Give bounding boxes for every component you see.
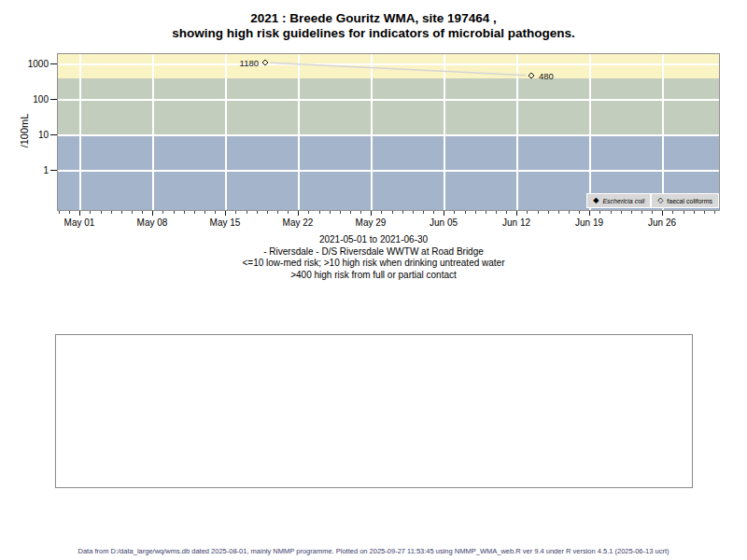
point-value-label: 480 bbox=[539, 71, 595, 81]
y-tick-label: 1 bbox=[22, 165, 49, 175]
x-tick-label: Jun 05 bbox=[411, 217, 476, 228]
x-tick-label: May 01 bbox=[47, 217, 112, 228]
y-tick-label: 1000 bbox=[22, 59, 49, 69]
chart-title-line2: showing high risk guidelines for indicat… bbox=[0, 26, 747, 41]
footer-provenance-text: Data from D:/data_large/wq/wms.db dated … bbox=[0, 547, 747, 555]
x-tick-major bbox=[589, 211, 590, 216]
legend-entry-ecoli: ◆ Eschericia coli bbox=[586, 193, 651, 208]
legend-label: Eschericia coli bbox=[602, 198, 644, 204]
point-value-label: 1180 bbox=[203, 58, 259, 68]
open-diamond-point-1 bbox=[262, 60, 268, 65]
x-tick-major bbox=[152, 211, 153, 216]
x-tick-major bbox=[516, 211, 517, 216]
y-tick-10 bbox=[50, 134, 57, 135]
x-tick-label: Jun 26 bbox=[629, 217, 695, 228]
series-connector-line bbox=[270, 63, 526, 76]
x-tick-major bbox=[225, 211, 226, 216]
filled-diamond-icon: ◆ bbox=[593, 197, 599, 204]
x-axis-daily-ticks bbox=[59, 211, 718, 214]
x-tick-label: May 08 bbox=[120, 217, 185, 228]
x-tick-label: Jun 12 bbox=[484, 217, 549, 228]
x-tick-major bbox=[371, 211, 372, 216]
chart-subtitle: 2021-05-01 to 2021-06-30 - Riversdale - … bbox=[0, 234, 747, 281]
open-diamond-icon: ◇ bbox=[657, 197, 663, 204]
x-tick-major bbox=[444, 211, 444, 216]
chart-title-line1: 2021 : Breede Gouritz WMA, site 197464 , bbox=[0, 11, 747, 26]
legend-entry-faecal-coliforms: ◇ faecal coliforms bbox=[651, 193, 719, 208]
x-tick-label: May 15 bbox=[192, 217, 258, 228]
x-tick-label: May 22 bbox=[265, 217, 331, 228]
legend: ◆ Eschericia coli ◇ faecal coliforms bbox=[586, 193, 719, 208]
x-tick-label: Jun 19 bbox=[557, 217, 622, 228]
x-tick-major bbox=[79, 211, 80, 216]
y-tick-1 bbox=[50, 170, 57, 171]
chart-title: 2021 : Breede Gouritz WMA, site 197464 ,… bbox=[0, 11, 747, 41]
x-tick-major bbox=[662, 211, 663, 216]
empty-panel bbox=[55, 334, 693, 488]
plot-area: 1180 480 ◆ Eschericia coli ◇ faecal coli… bbox=[57, 53, 720, 211]
y-tick-100 bbox=[50, 99, 57, 100]
series-faecal-coliforms bbox=[58, 54, 719, 210]
y-tick-label: 10 bbox=[22, 130, 49, 140]
subtitle-site-description: - Riversdale - D/S Riversdale WWTW at Ro… bbox=[0, 246, 747, 259]
plot-page: 2021 : Breede Gouritz WMA, site 197464 ,… bbox=[0, 0, 747, 560]
x-tick-major bbox=[298, 211, 299, 216]
subtitle-date-range: 2021-05-01 to 2021-06-30 bbox=[0, 234, 747, 246]
x-tick-label: May 29 bbox=[338, 217, 403, 228]
open-diamond-point-2 bbox=[529, 73, 534, 78]
subtitle-risk-note-drinking: <=10 low-med risk; >10 high risk when dr… bbox=[0, 258, 747, 270]
y-tick-label: 100 bbox=[22, 94, 49, 105]
legend-label: faecal coliforms bbox=[667, 198, 712, 204]
subtitle-risk-note-contact: >400 high risk from full or partial cont… bbox=[0, 270, 747, 282]
y-tick-1000 bbox=[50, 63, 57, 64]
